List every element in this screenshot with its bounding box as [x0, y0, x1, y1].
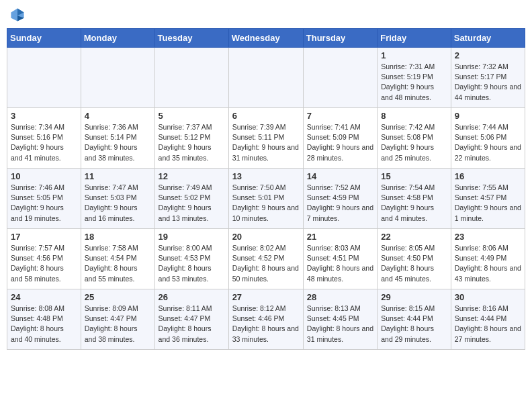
day-info: Sunrise: 7:39 AM Sunset: 5:11 PM Dayligh…: [232, 122, 300, 163]
day-info: Sunrise: 7:50 AM Sunset: 5:01 PM Dayligh…: [232, 183, 300, 224]
day-info: Sunrise: 8:06 AM Sunset: 4:49 PM Dayligh…: [455, 243, 521, 284]
calendar-day-cell: 5Sunrise: 7:37 AM Sunset: 5:12 PM Daylig…: [154, 108, 228, 169]
calendar-day-cell: 21Sunrise: 8:03 AM Sunset: 4:51 PM Dayli…: [303, 229, 377, 289]
calendar-day-cell: 24Sunrise: 8:08 AM Sunset: 4:48 PM Dayli…: [7, 289, 81, 350]
calendar-day-cell: 7Sunrise: 7:41 AM Sunset: 5:09 PM Daylig…: [303, 108, 377, 169]
day-number: 24: [11, 292, 77, 302]
day-number: 15: [381, 171, 447, 181]
day-info: Sunrise: 7:41 AM Sunset: 5:09 PM Dayligh…: [307, 122, 373, 163]
day-info: Sunrise: 8:13 AM Sunset: 4:45 PM Dayligh…: [307, 304, 373, 345]
day-info: Sunrise: 8:09 AM Sunset: 4:47 PM Dayligh…: [85, 304, 151, 345]
day-number: 9: [455, 111, 521, 121]
day-number: 29: [381, 292, 447, 302]
weekday-header-row: SundayMondayTuesdayWednesdayThursdayFrid…: [7, 29, 525, 48]
calendar-day-cell: 11Sunrise: 7:47 AM Sunset: 5:03 PM Dayli…: [81, 169, 154, 229]
day-number: 16: [455, 171, 521, 181]
day-number: 17: [11, 232, 77, 242]
weekday-header-cell: Monday: [81, 29, 154, 48]
day-info: Sunrise: 7:42 AM Sunset: 5:08 PM Dayligh…: [381, 122, 447, 163]
calendar-day-cell: 12Sunrise: 7:49 AM Sunset: 5:02 PM Dayli…: [154, 169, 228, 229]
logo-icon: [9, 7, 26, 23]
day-info: Sunrise: 7:44 AM Sunset: 5:06 PM Dayligh…: [455, 122, 521, 163]
day-info: Sunrise: 7:58 AM Sunset: 4:54 PM Dayligh…: [85, 243, 151, 284]
calendar-day-cell: 25Sunrise: 8:09 AM Sunset: 4:47 PM Dayli…: [81, 289, 154, 350]
calendar-day-cell: 15Sunrise: 7:54 AM Sunset: 4:58 PM Dayli…: [378, 169, 451, 229]
day-info: Sunrise: 7:31 AM Sunset: 5:19 PM Dayligh…: [381, 62, 447, 103]
day-number: 25: [85, 292, 151, 302]
day-number: 18: [85, 232, 151, 242]
calendar-day-cell: 4Sunrise: 7:36 AM Sunset: 5:14 PM Daylig…: [81, 108, 154, 169]
day-info: Sunrise: 7:34 AM Sunset: 5:16 PM Dayligh…: [11, 122, 77, 163]
day-info: Sunrise: 8:08 AM Sunset: 4:48 PM Dayligh…: [11, 304, 77, 345]
day-number: 21: [307, 232, 373, 242]
calendar-week-row: 3Sunrise: 7:34 AM Sunset: 5:16 PM Daylig…: [7, 108, 525, 169]
day-number: 22: [381, 232, 447, 242]
calendar-day-cell: 10Sunrise: 7:46 AM Sunset: 5:05 PM Dayli…: [7, 169, 81, 229]
weekday-header-cell: Thursday: [303, 29, 377, 48]
calendar-day-cell: 6Sunrise: 7:39 AM Sunset: 5:11 PM Daylig…: [228, 108, 303, 169]
day-info: Sunrise: 7:47 AM Sunset: 5:03 PM Dayligh…: [85, 183, 151, 224]
day-number: 7: [307, 111, 373, 121]
calendar-day-cell: 14Sunrise: 7:52 AM Sunset: 4:59 PM Dayli…: [303, 169, 377, 229]
day-number: 13: [232, 171, 300, 181]
calendar-day-cell: 2Sunrise: 7:32 AM Sunset: 5:17 PM Daylig…: [451, 48, 525, 108]
calendar-day-cell: 19Sunrise: 8:00 AM Sunset: 4:53 PM Dayli…: [154, 229, 228, 289]
calendar-day-cell: [81, 48, 154, 108]
calendar-day-cell: 17Sunrise: 7:57 AM Sunset: 4:56 PM Dayli…: [7, 229, 81, 289]
calendar-day-cell: [228, 48, 303, 108]
weekday-header-cell: Wednesday: [228, 29, 303, 48]
day-number: 3: [11, 111, 77, 121]
calendar-day-cell: 26Sunrise: 8:11 AM Sunset: 4:47 PM Dayli…: [154, 289, 228, 350]
day-info: Sunrise: 7:54 AM Sunset: 4:58 PM Dayligh…: [381, 183, 447, 224]
weekday-header-cell: Tuesday: [154, 29, 228, 48]
calendar-day-cell: 27Sunrise: 8:12 AM Sunset: 4:46 PM Dayli…: [228, 289, 303, 350]
weekday-header-cell: Saturday: [451, 29, 525, 48]
calendar-day-cell: 8Sunrise: 7:42 AM Sunset: 5:08 PM Daylig…: [378, 108, 451, 169]
day-info: Sunrise: 8:12 AM Sunset: 4:46 PM Dayligh…: [232, 304, 300, 345]
calendar-week-row: 17Sunrise: 7:57 AM Sunset: 4:56 PM Dayli…: [7, 229, 525, 289]
day-info: Sunrise: 8:05 AM Sunset: 4:50 PM Dayligh…: [381, 243, 447, 284]
weekday-header-cell: Friday: [378, 29, 451, 48]
day-info: Sunrise: 7:46 AM Sunset: 5:05 PM Dayligh…: [11, 183, 77, 224]
day-number: 26: [159, 292, 225, 302]
day-info: Sunrise: 7:57 AM Sunset: 4:56 PM Dayligh…: [11, 243, 77, 284]
day-number: 23: [455, 232, 521, 242]
day-info: Sunrise: 8:02 AM Sunset: 4:52 PM Dayligh…: [232, 243, 300, 284]
calendar-day-cell: 23Sunrise: 8:06 AM Sunset: 4:49 PM Dayli…: [451, 229, 525, 289]
day-number: 19: [159, 232, 225, 242]
day-info: Sunrise: 7:37 AM Sunset: 5:12 PM Dayligh…: [159, 122, 225, 163]
day-number: 1: [381, 50, 447, 60]
day-number: 12: [159, 171, 225, 181]
calendar-day-cell: [303, 48, 377, 108]
calendar-day-cell: 30Sunrise: 8:16 AM Sunset: 4:44 PM Dayli…: [451, 289, 525, 350]
calendar-body: 1Sunrise: 7:31 AM Sunset: 5:19 PM Daylig…: [7, 48, 525, 350]
day-info: Sunrise: 8:16 AM Sunset: 4:44 PM Dayligh…: [455, 304, 521, 345]
calendar-week-row: 1Sunrise: 7:31 AM Sunset: 5:19 PM Daylig…: [7, 48, 525, 108]
day-info: Sunrise: 7:36 AM Sunset: 5:14 PM Dayligh…: [85, 122, 151, 163]
calendar-day-cell: 22Sunrise: 8:05 AM Sunset: 4:50 PM Dayli…: [378, 229, 451, 289]
day-number: 6: [232, 111, 300, 121]
calendar-day-cell: 28Sunrise: 8:13 AM Sunset: 4:45 PM Dayli…: [303, 289, 377, 350]
day-number: 20: [232, 232, 300, 242]
calendar-day-cell: 29Sunrise: 8:15 AM Sunset: 4:44 PM Dayli…: [378, 289, 451, 350]
calendar-table: SundayMondayTuesdayWednesdayThursdayFrid…: [7, 28, 525, 350]
day-info: Sunrise: 7:52 AM Sunset: 4:59 PM Dayligh…: [307, 183, 373, 224]
day-number: 30: [455, 292, 521, 302]
day-number: 27: [232, 292, 300, 302]
page-header: [7, 7, 525, 23]
day-info: Sunrise: 8:03 AM Sunset: 4:51 PM Dayligh…: [307, 243, 373, 284]
day-number: 4: [85, 111, 151, 121]
calendar-day-cell: 9Sunrise: 7:44 AM Sunset: 5:06 PM Daylig…: [451, 108, 525, 169]
day-info: Sunrise: 7:32 AM Sunset: 5:17 PM Dayligh…: [455, 62, 521, 103]
day-number: 5: [159, 111, 225, 121]
calendar-day-cell: 16Sunrise: 7:55 AM Sunset: 4:57 PM Dayli…: [451, 169, 525, 229]
calendar-day-cell: 3Sunrise: 7:34 AM Sunset: 5:16 PM Daylig…: [7, 108, 81, 169]
calendar-day-cell: 20Sunrise: 8:02 AM Sunset: 4:52 PM Dayli…: [228, 229, 303, 289]
calendar-day-cell: [7, 48, 81, 108]
day-info: Sunrise: 7:49 AM Sunset: 5:02 PM Dayligh…: [159, 183, 225, 224]
calendar-week-row: 24Sunrise: 8:08 AM Sunset: 4:48 PM Dayli…: [7, 289, 525, 350]
day-number: 28: [307, 292, 373, 302]
calendar-day-cell: [154, 48, 228, 108]
day-number: 2: [455, 50, 521, 60]
calendar-day-cell: 1Sunrise: 7:31 AM Sunset: 5:19 PM Daylig…: [378, 48, 451, 108]
